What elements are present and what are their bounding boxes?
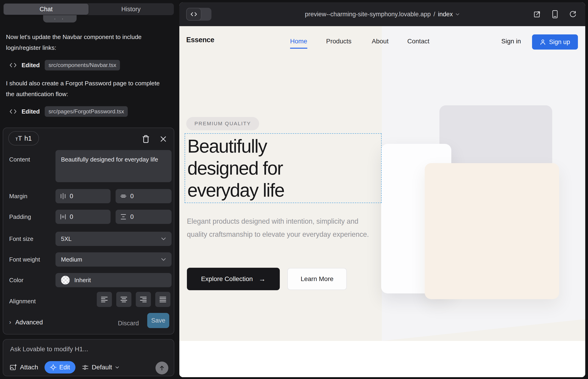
margin-y-input[interactable] [130,193,149,200]
browser-toolbar: preview--charming-site-symphony.lovable.… [179,2,585,26]
chevron-down-icon [161,237,166,240]
learn-more-button[interactable]: Learn More [287,268,347,290]
alignment-label: Alignment [9,298,36,305]
font-size-label: Font size [9,235,33,242]
close-editor-button[interactable] [158,134,168,144]
padding-label: Padding [9,213,31,221]
preview-page: Essence Home Products About Contact Sign… [179,26,585,377]
sign-in-link[interactable]: Sign in [501,38,521,45]
send-button[interactable] [155,362,168,374]
edit-target-icon [50,364,56,371]
nav-link-contact[interactable]: Contact [407,38,430,45]
content-label: Content [9,156,30,163]
url-bar[interactable]: preview--charming-site-symphony.lovable.… [179,2,585,26]
margin-y-field[interactable] [116,189,171,203]
align-center-icon [120,296,128,303]
margin-x-input[interactable] [70,193,88,200]
selected-element-tag: тT h1 [8,131,39,145]
chevron-down-icon [161,258,166,261]
hero-heading-line: everyday life [187,179,284,201]
mode-label: Default [92,364,112,371]
preview-pane: preview--charming-site-symphony.lovable.… [179,0,588,379]
align-left-icon [100,296,108,303]
discard-button[interactable]: Discard [118,320,139,327]
color-label: Color [9,277,23,284]
sign-up-label: Sign up [549,39,570,46]
margin-label: Margin [9,193,27,200]
nav-link-about[interactable]: About [372,38,388,45]
hero-heading: Beautifully designed for everyday life [187,135,284,201]
align-left-button[interactable] [97,292,112,307]
padding-y-field[interactable] [116,210,171,224]
font-weight-select[interactable]: Medium [56,252,171,267]
nav-link-products[interactable]: Products [326,38,352,45]
arrow-up-icon [159,365,165,371]
trash-icon [142,135,150,143]
composer-toolbar: Attach Edit Default [10,361,119,374]
type-icon: тT [15,134,22,142]
arrow-right-icon: → [259,275,265,283]
delete-element-button[interactable] [141,134,151,144]
explore-collection-button[interactable]: Explore Collection → [187,268,280,290]
site-logo[interactable]: Essence [186,36,214,44]
edited-label: Edited [22,108,40,115]
align-justify-icon [159,296,167,303]
align-right-button[interactable] [136,292,151,307]
margin-horizontal-icon [60,193,66,199]
padding-x-field[interactable] [56,210,110,224]
content-input[interactable]: Beautifully designed for everyday life [56,150,171,182]
align-justify-button[interactable] [155,292,170,307]
sign-up-button[interactable]: Sign up [532,34,578,49]
mobile-preview-button[interactable] [550,10,559,19]
open-external-button[interactable] [532,10,542,19]
chat-input[interactable] [10,346,166,357]
sidebar-tab-bar: Chat History [3,3,174,15]
tab-chat[interactable]: Chat [4,4,89,15]
font-weight-value: Medium [61,256,82,263]
file-chip-navbar[interactable]: src/components/Navbar.tsx [45,60,120,70]
browser-actions [532,2,577,26]
color-swatch-transparent [61,276,70,284]
hero-description: Elegant products designed with intention… [187,215,373,241]
tab-history[interactable]: History [89,4,173,15]
chevron-right-icon: › [9,319,11,326]
font-size-select[interactable]: 5XL [56,232,171,246]
padding-x-input[interactable] [70,213,88,221]
open-external-icon [533,11,541,18]
edited-label: Edited [22,62,40,69]
chat-composer: Attach Edit Default [3,339,174,376]
chevron-down-icon [115,366,119,369]
attach-label: Attach [20,364,38,371]
code-icon [10,63,16,68]
margin-x-field[interactable] [56,189,110,203]
edit-mode-pill[interactable]: Edit [45,361,76,374]
premium-quality-badge: PREMIUM QUALITY [186,117,259,130]
font-size-value: 5XL [61,235,72,242]
h1-selection-outline[interactable]: Beautifully designed for everyday life [185,133,382,203]
edited-file-row: Edited src/pages/ForgotPassword.tsx [10,106,128,117]
color-select[interactable]: Inherit [56,273,171,287]
lovable-app: Chat History · · Now let's update the Na… [0,0,588,379]
mode-select[interactable]: Default [82,364,119,371]
url-separator: / [433,11,435,18]
nav-link-home[interactable]: Home [290,38,307,45]
align-center-button[interactable] [116,292,131,307]
edited-file-row: Edited src/components/Navbar.tsx [10,59,120,71]
save-button[interactable]: Save [147,313,169,328]
refresh-button[interactable] [568,10,577,19]
file-chip-forgot-password[interactable]: src/pages/ForgotPassword.tsx [45,106,128,117]
advanced-toggle[interactable]: › Advanced [9,319,43,326]
url-domain: preview--charming-site-symphony.lovable.… [305,11,431,18]
hero-heading-line: designed for [187,157,284,179]
hero-heading-line: Beautifully [187,135,284,157]
browser-window: preview--charming-site-symphony.lovable.… [179,2,585,377]
code-icon [10,109,16,114]
advanced-label: Advanced [15,319,43,326]
attach-button[interactable]: Attach [10,364,38,371]
element-editor-panel: тT h1 Content Beautifully designed for e… [3,127,174,334]
chat-message: Now let's update the Navbar component to… [6,32,169,53]
padding-y-input[interactable] [130,213,149,221]
scrolled-chip-partial[interactable]: · · [43,15,77,22]
chevron-down-icon [455,13,460,16]
chat-message: I should also create a Forgot Password p… [6,78,169,100]
